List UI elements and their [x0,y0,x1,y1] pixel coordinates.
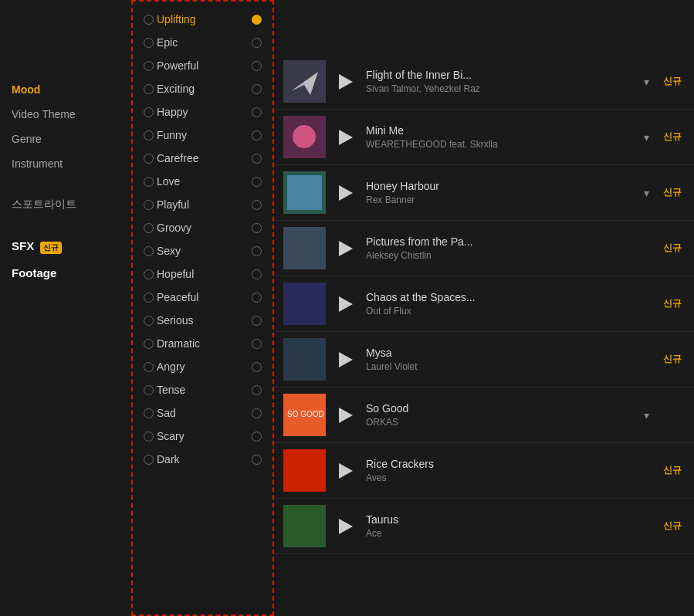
music-title-track-7: So Good [366,402,629,415]
music-track-track-8: Rice CrackersAves신규 [274,443,694,499]
mood-radio-right-dark [252,455,262,465]
music-info-track-2: Mini MeWEARETHEGOOD feat. Skrxlla [366,124,629,150]
svg-rect-7 [283,283,326,325]
album-art-track-7: SO GOOD [283,394,326,436]
new-badge-track-8: 신규 [663,464,685,477]
svg-rect-5 [287,175,322,210]
mood-radio-left-carefree [144,154,154,164]
mood-label-carefree: Carefree [157,152,249,164]
play-icon-track-7 [339,408,353,423]
album-art-track-2 [283,116,326,158]
mood-radio-right-serious [252,316,262,326]
mood-label-groovy: Groovy [157,222,249,234]
mood-radio-right-playful [252,200,262,210]
mood-item-epic[interactable]: Epic [133,31,273,54]
mood-item-serious[interactable]: Serious [133,309,273,332]
music-title-track-3: Honey Harbour [366,180,629,192]
mood-radio-left-powerful [144,61,154,71]
mood-radio-left-dark [144,455,154,465]
mood-label-sexy: Sexy [157,245,249,257]
album-art-track-3 [283,171,326,214]
play-button-track-7[interactable] [333,403,358,428]
play-icon-track-6 [339,352,353,367]
mood-label-love: Love [157,175,249,188]
svg-point-3 [293,125,316,148]
music-artist-track-9: Ace [366,528,655,539]
mood-radio-right-funny [252,130,262,140]
mood-label-powerful: Powerful [157,59,249,72]
music-title-track-8: Rice Crackers [366,458,655,470]
mood-radio-left-dramatic [144,339,154,349]
chevron-button-track-7[interactable]: ▾ [637,406,655,425]
sidebar-item-genre[interactable]: Genre [12,127,120,151]
play-button-track-2[interactable] [333,125,358,150]
mood-radio-left-happy [144,107,154,117]
sidebar: Mood Video Theme Genre Instrument 스포트라이트… [0,0,131,616]
mood-item-angry[interactable]: Angry [133,355,273,378]
sidebar-item-sfx[interactable]: SFX 신규 [12,233,120,260]
mood-radio-left-peaceful [144,293,154,303]
play-button-track-9[interactable] [333,514,358,539]
mood-radio-right-sad [252,408,262,418]
mood-item-scary[interactable]: Scary [133,425,273,448]
mood-label-happy: Happy [157,106,249,118]
mood-radio-right-groovy [252,223,262,233]
mood-item-playful[interactable]: Playful [133,193,273,216]
music-artist-track-8: Aves [366,472,655,483]
mood-label-peaceful: Peaceful [157,291,249,303]
mood-radio-right-angry [252,362,262,372]
mood-item-powerful[interactable]: Powerful [133,54,273,77]
mood-radio-right-powerful [252,61,262,71]
mood-item-funny[interactable]: Funny [133,124,273,147]
music-artist-track-2: WEARETHEGOOD feat. Skrxlla [366,139,629,150]
play-button-track-6[interactable] [333,347,358,372]
play-button-track-4[interactable] [333,236,358,261]
mood-item-exciting[interactable]: Exciting [133,77,273,100]
play-icon-track-1 [339,74,353,90]
mood-item-uplifting[interactable]: Uplifting [133,8,273,31]
svg-rect-11 [283,449,326,492]
mood-item-happy[interactable]: Happy [133,100,273,124]
mood-panel: UpliftingEpicPowerfulExcitingHappyFunnyC… [131,0,274,616]
mood-radio-left-serious [144,316,154,326]
play-button-track-5[interactable] [333,292,358,316]
play-icon-track-3 [339,185,353,201]
mood-item-groovy[interactable]: Groovy [133,216,273,239]
mood-item-love[interactable]: Love [133,170,273,193]
sidebar-item-spotlight[interactable]: 스포트라이트 [12,191,120,218]
new-badge-track-6: 신규 [663,353,685,366]
mood-radio-left-exciting [144,84,154,94]
mood-radio-right-exciting [252,84,262,94]
chevron-button-track-2[interactable]: ▾ [637,128,655,147]
music-track-track-1: Flight of the Inner Bi...Sivan Talmor, Y… [274,54,694,110]
play-button-track-8[interactable] [333,459,358,483]
mood-item-peaceful[interactable]: Peaceful [133,286,273,309]
play-button-track-1[interactable] [333,69,358,94]
mood-item-carefree[interactable]: Carefree [133,147,273,170]
sidebar-item-mood[interactable]: Mood [12,77,120,102]
mood-label-exciting: Exciting [157,83,249,95]
music-artist-track-6: Laurel Violet [366,361,655,372]
play-button-track-3[interactable] [333,181,358,205]
svg-text:SO GOOD: SO GOOD [287,410,324,418]
mood-item-dark[interactable]: Dark [133,448,273,471]
music-artist-track-7: ORKAS [366,417,629,428]
mood-item-sad[interactable]: Sad [133,401,273,425]
mood-item-tense[interactable]: Tense [133,378,273,401]
mood-radio-left-sexy [144,246,154,256]
music-artist-track-1: Sivan Talmor, Yehezkel Raz [366,83,629,94]
sidebar-item-video-theme[interactable]: Video Theme [12,102,120,127]
sidebar-item-footage[interactable]: Footage [12,260,120,286]
mood-radio-right-scary [252,432,262,442]
chevron-button-track-3[interactable]: ▾ [637,184,655,202]
mood-label-angry: Angry [157,360,249,373]
mood-radio-right-happy [252,107,262,117]
music-track-track-7: SO GOODSo GoodORKAS▾ [274,388,694,443]
mood-radio-left-love [144,177,154,187]
mood-item-sexy[interactable]: Sexy [133,239,273,262]
chevron-button-track-1[interactable]: ▾ [637,73,655,91]
sidebar-item-instrument[interactable]: Instrument [12,151,120,176]
music-artist-track-4: Aleksey Chistlin [366,250,655,261]
mood-item-hopeful[interactable]: Hopeful [133,262,273,286]
mood-item-dramatic[interactable]: Dramatic [133,332,273,355]
